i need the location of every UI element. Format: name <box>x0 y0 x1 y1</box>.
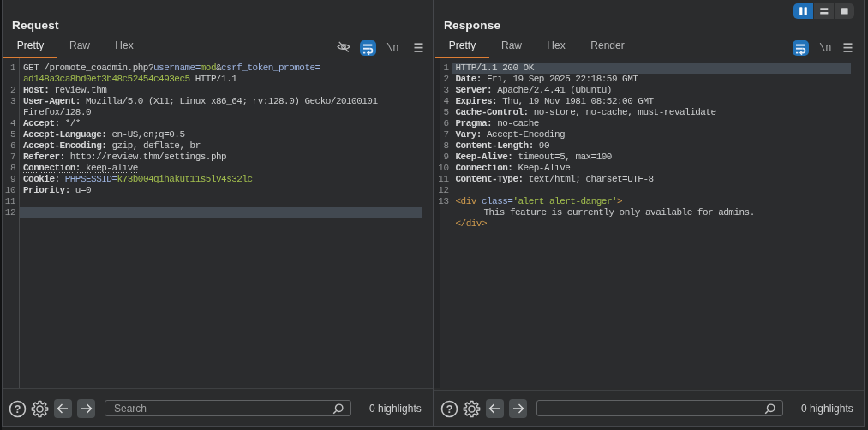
svg-text:?: ? <box>446 403 453 415</box>
svg-text:?: ? <box>15 403 21 415</box>
